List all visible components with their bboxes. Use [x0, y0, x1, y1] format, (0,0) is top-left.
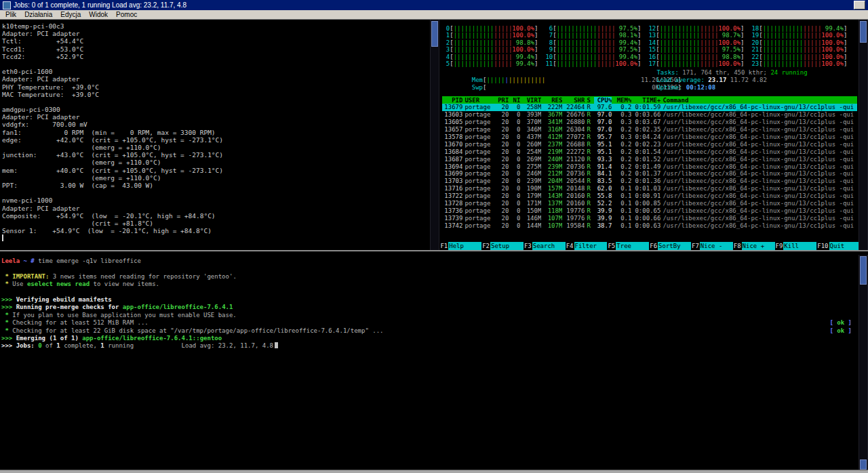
cell-s: R: [587, 111, 592, 118]
fkey-sortby[interactable]: F6SortBy: [649, 242, 691, 250]
menu-item-help[interactable]: Pomoc: [112, 11, 141, 18]
cpu-percent: 97.5%: [615, 25, 637, 32]
scrollbar-thumb[interactable]: [431, 21, 438, 47]
cell-cpu: 39.9: [594, 215, 612, 222]
cell-user: portage: [465, 185, 494, 192]
terminal-line: * Use eselect news read to view new item…: [1, 281, 859, 288]
menu-item-file[interactable]: Plik: [1, 11, 20, 18]
column-header-command[interactable]: Command: [663, 97, 857, 104]
titlebar[interactable]: Jobs: 0 of 1 complete, 1 running Load av…: [0, 0, 868, 10]
cpu-percent: 100.0%: [512, 32, 534, 39]
terminal-line: [1, 265, 859, 272]
fkey-nice[interactable]: F7Nice -: [691, 242, 733, 250]
process-row[interactable]: 13736portage200150M118M19776R39.90.10:00…: [442, 207, 857, 215]
pane-divider[interactable]: [0, 250, 868, 255]
fkey-tree[interactable]: F5Tree: [607, 242, 649, 250]
process-row[interactable]: 13687portage200269M240M21120R93.30.20:01…: [442, 155, 857, 163]
cell-command: /usr/libexec/gcc/x86_64-pc-linux-gnu/13/…: [663, 119, 857, 125]
process-row[interactable]: 13722portage200179M143M20160R55.80.10:00…: [442, 192, 857, 200]
meter-bar: |||||: [494, 46, 512, 53]
sensors-line: [2, 60, 430, 68]
process-row[interactable]: 13694portage200275M239M20736R91.40.20:01…: [442, 163, 857, 170]
cell-res: 239M: [543, 163, 562, 170]
process-row[interactable]: 13657portage200346M316M26304R97.00.20:02…: [442, 126, 857, 133]
fkey-filter[interactable]: F4Filter: [566, 242, 608, 250]
emerge-terminal[interactable]: Leela ~ # time emerge -q1v libreoffice *…: [0, 255, 859, 470]
cell-pri: 20: [496, 148, 509, 155]
process-row[interactable]: 13703portage200239M204M20544R83.50.20:01…: [442, 178, 857, 185]
process-row[interactable]: 13605portage200370M341M26880R97.00.30:03…: [442, 119, 857, 126]
cell-ni: 0: [511, 192, 520, 199]
column-header-time[interactable]: TIME+: [633, 97, 660, 104]
text: *: [1, 273, 12, 280]
fkey-quit[interactable]: F10Quit: [816, 242, 859, 250]
sensors-line: Adapter: PCI adapter: [2, 205, 430, 212]
process-row[interactable]: 13742portage200144M107M19584R38.70.10:00…: [442, 222, 857, 229]
column-header-mem[interactable]: MEM%: [614, 97, 631, 104]
cell-time: 0:03.67: [633, 119, 660, 125]
terminal-scrollbar[interactable]: [859, 255, 868, 470]
process-row[interactable]: 13670portage200260M237M26688R95.10.20:02…: [442, 141, 857, 148]
process-row[interactable]: 13578portage200437M412M27072R95.70.30:04…: [442, 133, 857, 141]
cell-user: portage: [465, 133, 494, 140]
process-row[interactable]: 13603portage200393M367M26676R97.00.30:03…: [442, 111, 857, 119]
cell-ni: 0: [511, 207, 520, 214]
sensors-pane[interactable]: k10temp-pci-00c3Adapter: PCI adapterTctl…: [0, 20, 430, 250]
cell-virt: 254M: [522, 148, 541, 155]
fkey-setup[interactable]: F2Setup: [481, 242, 524, 250]
column-header-shr[interactable]: SHR: [564, 97, 585, 104]
scrollbar-thumb[interactable]: [860, 21, 867, 43]
column-header-res[interactable]: RES: [543, 97, 562, 104]
terminal-line: >>> Running pre-merge checks for app-off…: [1, 304, 859, 311]
cell-shr: 20544: [564, 178, 585, 184]
column-header-s[interactable]: S: [587, 97, 592, 104]
fkey-kill[interactable]: F9Kill: [775, 242, 817, 250]
column-header-pri[interactable]: PRI: [496, 97, 509, 104]
sensors-line: (emerg = +110.0°C): [2, 159, 430, 166]
process-row[interactable]: 13684portage200254M219M22272R95.10.20:01…: [442, 148, 857, 156]
sensors-line: [2, 98, 430, 106]
process-row[interactable]: 13739portage200146M107M19776R39.90.10:00…: [442, 215, 857, 222]
window-menu-button[interactable]: [854, 1, 865, 9]
text: ~ #: [20, 258, 35, 264]
process-row[interactable]: 13699portage200246M212M20736R84.10.20:01…: [442, 170, 857, 178]
menu-item-view[interactable]: Widok: [85, 11, 112, 18]
cell-time: 0:01.03: [633, 185, 660, 192]
text: Emerging (: [16, 335, 53, 342]
cell-cpu: 97.0: [594, 119, 612, 125]
cpu-core-number: 16: [648, 54, 656, 60]
scrollbar-thumb[interactable]: [860, 256, 867, 285]
cell-shr: 20736: [564, 163, 585, 170]
process-row[interactable]: 13679portage200258M222M22464R97.60.20:01…: [442, 104, 857, 111]
text: to view new items.: [90, 281, 159, 287]
menu-item-edit[interactable]: Edycja: [56, 11, 85, 18]
uptime-row: Uptime: 00:12:08: [442, 84, 857, 91]
cell-pid: 13687: [442, 156, 462, 163]
cpu-core-number: 14: [648, 39, 656, 46]
cell-shr: 27072: [564, 133, 585, 140]
text: >>>: [1, 342, 16, 349]
fkey-label: Search: [532, 242, 566, 250]
sensors-scrollbar[interactable]: [430, 20, 439, 250]
process-row[interactable]: 13728portage200171M137M20160R52.20.10:00…: [442, 200, 857, 207]
htop-scrollbar[interactable]: [859, 20, 868, 250]
cpu-percent: 100.0%: [821, 39, 844, 46]
column-header-cpu[interactable]: CPU%: [594, 97, 612, 104]
cell-time: 0:03.66: [633, 111, 660, 118]
column-header-ni[interactable]: NI: [511, 97, 520, 104]
emerge-output: Leela ~ # time emerge -q1v libreoffice *…: [1, 258, 859, 350]
menu-item-actions[interactable]: Działania: [20, 11, 56, 18]
fkey-nice[interactable]: F8Nice +: [733, 242, 775, 250]
fkey-search[interactable]: F3Search: [524, 242, 566, 250]
column-header-virt[interactable]: VIRT: [522, 97, 541, 104]
cell-mem: 0.2: [614, 163, 631, 170]
resize-grip[interactable]: [860, 459, 867, 470]
cpu-core-number: 8: [545, 39, 553, 46]
cell-mem: 0.1: [614, 215, 631, 222]
fkey-help[interactable]: F1Help: [439, 242, 481, 250]
process-row[interactable]: 13716portage200190M157M20148R62.00.10:01…: [442, 185, 857, 192]
text: Checking for at least 512 MiB RAM ...: [12, 319, 148, 326]
meter-bar: |||||||||||: [454, 25, 494, 32]
cell-time: 0:00.66: [633, 215, 660, 222]
htop-pane[interactable]: 0[||||||||||||||||100.0%] 1[||||||||||||…: [439, 20, 859, 250]
